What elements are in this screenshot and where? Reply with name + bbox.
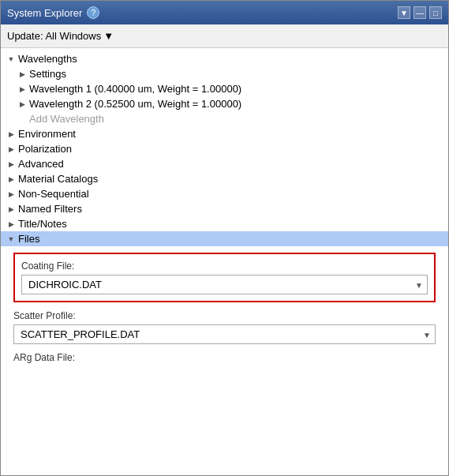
expand-arrow-wavelength2: ▶ bbox=[17, 99, 28, 110]
tree-item-wavelength2[interactable]: ▶ Wavelength 2 (0.52500 um, Weight = 1.0… bbox=[1, 96, 448, 111]
coating-file-label: Coating File: bbox=[21, 260, 428, 272]
tree-item-files[interactable]: ▼ Files bbox=[1, 231, 448, 246]
tree-container[interactable]: ▼ Wavelengths ▶ Settings ▶ Wavelength 1 … bbox=[1, 48, 448, 475]
expand-arrow-non-sequential: ▶ bbox=[6, 189, 17, 200]
tree-label-settings: Settings bbox=[29, 68, 66, 80]
tree-item-material-catalogs[interactable]: ▶ Material Catalogs bbox=[1, 171, 448, 186]
help-icon[interactable]: ? bbox=[87, 6, 99, 19]
tree-item-wavelength1[interactable]: ▶ Wavelength 1 (0.40000 um, Weight = 1.0… bbox=[1, 81, 448, 96]
files-content: Coating File: DICHROIC.DAT ▼ Scatter Pro… bbox=[1, 246, 448, 369]
tree-item-polarization[interactable]: ▶ Polarization bbox=[1, 141, 448, 156]
tree-label-non-sequential: Non-Sequential bbox=[18, 188, 89, 200]
tree-item-title-notes[interactable]: ▶ Title/Notes bbox=[1, 216, 448, 231]
tree-label-advanced: Advanced bbox=[18, 158, 64, 170]
dropdown-arrow-btn[interactable]: ▼ bbox=[398, 6, 410, 19]
toolbar: Update: All Windows ▼ bbox=[1, 24, 448, 48]
title-bar-left: System Explorer ? bbox=[7, 6, 99, 19]
tree-label-add-wavelength: Add Wavelength bbox=[29, 113, 104, 125]
coating-file-group: Coating File: DICHROIC.DAT ▼ bbox=[13, 253, 436, 302]
tree-item-named-filters[interactable]: ▶ Named Filters bbox=[1, 201, 448, 216]
scatter-profile-select[interactable]: SCATTER_PROFILE.DAT bbox=[13, 324, 436, 344]
tree-item-add-wavelength[interactable]: Add Wavelength bbox=[1, 111, 448, 126]
update-button[interactable]: Update: All Windows ▼ bbox=[7, 30, 114, 42]
scatter-select-wrapper: SCATTER_PROFILE.DAT ▼ bbox=[13, 324, 436, 344]
system-explorer-window: System Explorer ? ▼ — □ Update: All Wind… bbox=[0, 0, 449, 476]
tree-label-wavelength2: Wavelength 2 (0.52500 um, Weight = 1.000… bbox=[29, 98, 241, 110]
scatter-profile-group: Scatter Profile: SCATTER_PROFILE.DAT ▼ bbox=[13, 310, 436, 344]
expand-arrow-named-filters: ▶ bbox=[6, 204, 17, 215]
maximize-button[interactable]: □ bbox=[429, 6, 442, 19]
tree-label-title-notes: Title/Notes bbox=[18, 218, 67, 230]
tree-item-non-sequential[interactable]: ▶ Non-Sequential bbox=[1, 186, 448, 201]
tree-label-named-filters: Named Filters bbox=[18, 203, 82, 215]
expand-arrow-add-wavelength bbox=[17, 114, 28, 125]
coating-select-wrapper: DICHROIC.DAT ▼ bbox=[21, 275, 428, 294]
expand-arrow-wavelength1: ▶ bbox=[17, 84, 28, 95]
expand-arrow-material-catalogs: ▶ bbox=[6, 174, 17, 185]
expand-arrow-advanced: ▶ bbox=[6, 159, 17, 170]
expand-arrow-wavelengths: ▼ bbox=[6, 54, 17, 65]
title-bar: System Explorer ? ▼ — □ bbox=[1, 1, 448, 24]
scatter-profile-label: Scatter Profile: bbox=[13, 310, 436, 321]
tree-item-wavelengths[interactable]: ▼ Wavelengths bbox=[1, 51, 448, 66]
window-title: System Explorer bbox=[7, 7, 82, 19]
title-bar-controls: ▼ — □ bbox=[398, 6, 442, 19]
tree-item-advanced[interactable]: ▶ Advanced bbox=[1, 156, 448, 171]
expand-arrow-files: ▼ bbox=[6, 234, 17, 245]
tree-label-environment: Environment bbox=[18, 128, 76, 140]
tree-item-environment[interactable]: ▶ Environment bbox=[1, 126, 448, 141]
tree-label-polarization: Polarization bbox=[18, 143, 72, 155]
tree-item-settings[interactable]: ▶ Settings bbox=[1, 66, 448, 81]
tree-label-files: Files bbox=[18, 233, 39, 245]
expand-arrow-settings: ▶ bbox=[17, 69, 28, 80]
coating-file-select[interactable]: DICHROIC.DAT bbox=[21, 275, 428, 294]
minimize-button[interactable]: — bbox=[413, 6, 426, 19]
arg-data-file-label: ARg Data File: bbox=[13, 352, 436, 363]
expand-arrow-polarization: ▶ bbox=[6, 144, 17, 155]
tree-label-wavelengths: Wavelengths bbox=[18, 53, 77, 65]
expand-arrow-title-notes: ▶ bbox=[6, 219, 17, 230]
tree-label-wavelength1: Wavelength 1 (0.40000 um, Weight = 1.000… bbox=[29, 83, 241, 95]
expand-arrow-environment: ▶ bbox=[6, 129, 17, 140]
tree-label-material-catalogs: Material Catalogs bbox=[18, 173, 98, 185]
